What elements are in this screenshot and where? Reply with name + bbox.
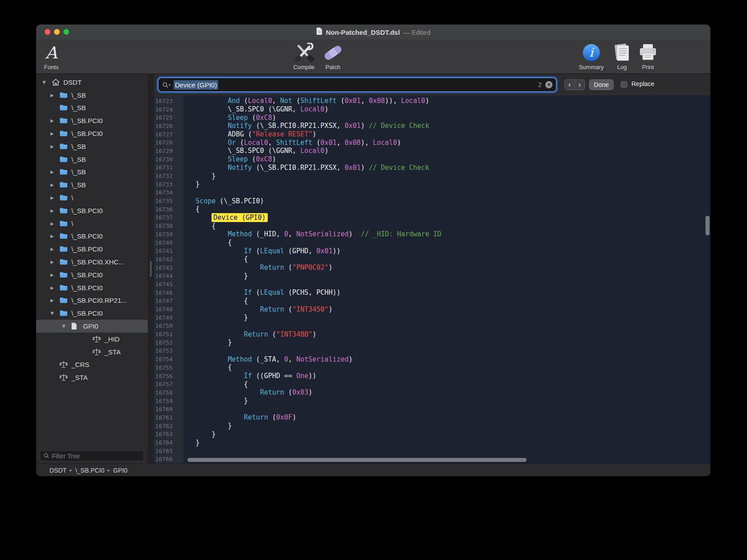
tree-item-sbpci0[interactable]: ▶\_SB.PCI0 — [36, 127, 148, 140]
tree-item-sb[interactable]: \_SB — [36, 102, 148, 115]
pane-splitter[interactable] — [148, 74, 154, 464]
line-number: 16752 — [154, 339, 178, 346]
disclosure-right-icon[interactable]: ▶ — [50, 118, 59, 123]
code-token: ) — [349, 230, 361, 238]
toolbar-patch-button[interactable]: Patch — [323, 42, 343, 70]
replace-checkbox[interactable] — [621, 81, 627, 88]
done-button[interactable]: Done — [589, 79, 614, 90]
code-text: Scope (\_SB.PCI0) — [178, 197, 264, 205]
folder-icon — [59, 92, 71, 99]
code-text: } — [178, 439, 199, 447]
disclosure-right-icon[interactable]: ▶ — [50, 208, 59, 213]
tree-item-label: \_SB.PCI0 — [71, 232, 103, 240]
code-token: ) — [292, 413, 296, 421]
disclosure-right-icon[interactable]: ▶ — [50, 247, 59, 251]
breadcrumb-item[interactable]: DSDT — [50, 467, 66, 474]
tree-item-hid[interactable]: _HID — [36, 333, 148, 346]
find-next-button[interactable]: › — [575, 80, 585, 90]
app-window: Non-Patched_DSDT.dsl — Edited A Fonts Co… — [36, 25, 710, 476]
line-number: 16737 — [154, 214, 178, 221]
code-token: , — [288, 355, 296, 363]
tree-item-label: \_SB.PCI0 — [71, 245, 103, 253]
disclosure-right-icon[interactable]: ▶ — [50, 182, 59, 187]
tree-item-sb[interactable]: ▶\_SB — [36, 140, 148, 153]
tree-item-sbpci0xhc[interactable]: ▶\_SB.PCI0.XHC... — [36, 255, 148, 268]
folder-icon — [59, 194, 71, 201]
clear-search-icon[interactable]: × — [545, 81, 552, 88]
toolbar-compile-label: Compile — [293, 64, 315, 70]
code-line: 16750 — [154, 322, 710, 330]
code-line: 16733 } — [154, 180, 710, 189]
tree-item-crs[interactable]: _CRS — [36, 358, 148, 371]
code-line: 16741 If (LEqual (GPHD, 0x01)) — [154, 247, 710, 255]
folder-icon — [59, 143, 71, 150]
tree-item-dsdt[interactable]: ▼DSDT — [36, 76, 148, 89]
toolbar-summary-button[interactable]: i Summary — [579, 42, 604, 70]
disclosure-right-icon[interactable]: ▶ — [50, 259, 59, 264]
disclosure-right-icon[interactable]: ▶ — [50, 169, 59, 174]
vertical-scrollbar-thumb[interactable] — [706, 216, 710, 235]
tree-item-[interactable]: ▶\ — [36, 217, 148, 230]
toolbar-log-button[interactable]: Log — [612, 42, 632, 70]
toolbar-print-button[interactable]: Print — [638, 42, 658, 70]
find-previous-button[interactable]: ‹ — [565, 80, 575, 90]
search-menu-icon[interactable]: ▾ — [162, 82, 170, 88]
tree-item-sb[interactable]: ▶\_SB — [36, 89, 148, 102]
code-text: Notify (\_SB.PCI0.RP21.PXSX, 0x01) // De… — [178, 164, 429, 172]
disclosure-down-icon[interactable]: ▼ — [61, 324, 71, 329]
code-line: 16732 } — [154, 172, 710, 180]
code-token: } — [244, 313, 248, 321]
tree-item-sbpci0[interactable]: ▼\_SB.PCI0 — [36, 307, 148, 320]
code-token: 0 — [284, 355, 288, 363]
document-proxy-icon[interactable] — [316, 27, 323, 37]
tree-item-sb[interactable]: ▶\_SB — [36, 166, 148, 179]
disclosure-right-icon[interactable]: ▶ — [50, 234, 59, 239]
code-text: Return (0x03) — [178, 388, 312, 396]
search-menu-caret-icon: ▾ — [169, 83, 170, 87]
tree-item-label: _STA — [104, 348, 120, 356]
line-number: 16763 — [154, 431, 178, 437]
tree-item-sbpci0[interactable]: ▶\_SB.PCI0 — [36, 281, 148, 294]
disclosure-right-icon[interactable]: ▶ — [50, 93, 59, 98]
line-number: 16742 — [154, 256, 178, 263]
disclosure-right-icon[interactable]: ▶ — [50, 131, 59, 136]
code-line: 16737 Device (GPI0) — [154, 214, 710, 222]
code-line: 16744 } — [154, 272, 710, 280]
breadcrumb-item[interactable]: \_SB.PCI0 — [75, 467, 104, 474]
toolbar-fonts-button[interactable]: A Fonts — [44, 42, 59, 70]
folder-icon — [59, 156, 71, 163]
tree-item-sta[interactable]: _STA — [36, 371, 148, 384]
folder-icon — [59, 207, 71, 214]
tree-item-sbpci0[interactable]: ▶\_SB.PCI0 — [36, 204, 148, 217]
code-token: ( — [292, 97, 300, 105]
tree-item-sbpci0[interactable]: ▶\_SB.PCI0 — [36, 268, 148, 281]
code-text: \_SB.SPC0 (\GGNR, Local0) — [178, 147, 328, 155]
toolbar-compile-button[interactable]: Compile — [293, 42, 315, 70]
disclosure-right-icon[interactable]: ▶ — [50, 144, 59, 149]
tree-item-sbpci0[interactable]: ▶\_SB.PCI0 — [36, 230, 148, 243]
code-text: Sleep (0xC8) — [178, 114, 276, 122]
breadcrumb-item[interactable]: GPI0 — [113, 467, 128, 474]
code-editor[interactable]: 16723 And (Local0, Not (ShiftLeft (0x01,… — [154, 95, 710, 464]
code-line: 16754 Method (_STA, 0, NotSerialized) — [154, 355, 710, 363]
tree-item-sb[interactable]: ▶\_SB — [36, 178, 148, 191]
disclosure-down-icon[interactable]: ▼ — [42, 80, 51, 85]
disclosure-right-icon[interactable]: ▶ — [50, 221, 59, 226]
filter-tree-placeholder: Filter Tree — [52, 453, 80, 460]
tree-item-gpi0[interactable]: ▼GPI0 — [36, 320, 148, 333]
tree-item-sb[interactable]: \_SB — [36, 153, 148, 166]
disclosure-right-icon[interactable]: ▶ — [50, 298, 59, 303]
tree-item-sbpci0rp21[interactable]: ▶\_SB.PCI0.RP21... — [36, 294, 148, 307]
horizontal-scrollbar-thumb[interactable] — [187, 458, 527, 462]
find-input[interactable]: ▾ Device (GPI0) 2 × — [158, 78, 556, 91]
tree-item-sbpci0[interactable]: ▶\_SB.PCI0 — [36, 114, 148, 127]
disclosure-down-icon[interactable]: ▼ — [50, 311, 59, 316]
filter-tree-field[interactable]: Filter Tree — [40, 450, 144, 461]
disclosure-right-icon[interactable]: ▶ — [50, 195, 59, 200]
disclosure-right-icon[interactable]: ▶ — [50, 272, 59, 277]
disclosure-right-icon[interactable]: ▶ — [50, 285, 59, 290]
tree-item-sta[interactable]: _STA — [36, 346, 148, 358]
tree-item-label: \_SB — [71, 156, 86, 163]
tree-item-[interactable]: ▶\ — [36, 191, 148, 204]
tree-item-sbpci0[interactable]: ▶\_SB.PCI0 — [36, 243, 148, 255]
